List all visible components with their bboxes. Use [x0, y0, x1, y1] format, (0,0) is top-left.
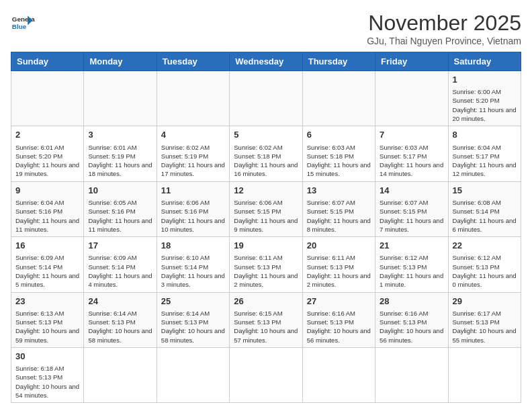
calendar-cell: 25Sunrise: 6:14 AM Sunset: 5:13 PM Dayli…: [157, 292, 229, 347]
weekday-header-saturday: Saturday: [448, 52, 521, 71]
calendar-cell: 26Sunrise: 6:15 AM Sunset: 5:13 PM Dayli…: [230, 292, 302, 347]
day-number: 17: [88, 240, 152, 252]
svg-text:General: General: [12, 15, 35, 23]
day-info: Sunrise: 6:11 AM Sunset: 5:13 PM Dayligh…: [234, 253, 298, 289]
day-info: Sunrise: 6:17 AM Sunset: 5:13 PM Dayligh…: [453, 309, 517, 345]
day-number: 15: [453, 185, 517, 197]
weekday-header-tuesday: Tuesday: [157, 52, 229, 71]
calendar-cell: [84, 347, 157, 402]
day-number: 20: [307, 240, 371, 252]
calendar-cell: 15Sunrise: 6:08 AM Sunset: 5:14 PM Dayli…: [448, 181, 521, 236]
calendar-cell: 21Sunrise: 6:12 AM Sunset: 5:13 PM Dayli…: [375, 237, 448, 292]
day-number: 25: [161, 295, 225, 308]
calendar-cell: 2Sunrise: 6:01 AM Sunset: 5:20 PM Daylig…: [11, 126, 84, 181]
day-number: 22: [453, 240, 517, 252]
location-title: GJu, Thai Nguyen Province, Vietnam: [367, 36, 521, 46]
calendar-cell: 9Sunrise: 6:04 AM Sunset: 5:16 PM Daylig…: [11, 181, 84, 236]
calendar-cell: 19Sunrise: 6:11 AM Sunset: 5:13 PM Dayli…: [230, 237, 302, 292]
day-number: 10: [88, 185, 152, 197]
day-info: Sunrise: 6:14 AM Sunset: 5:13 PM Dayligh…: [161, 309, 225, 345]
weekday-header-friday: Friday: [375, 52, 448, 71]
day-number: 9: [15, 185, 79, 197]
day-number: 26: [234, 295, 298, 308]
day-number: 8: [453, 129, 517, 141]
day-info: Sunrise: 6:04 AM Sunset: 5:17 PM Dayligh…: [453, 143, 517, 179]
calendar-cell: [84, 71, 157, 126]
calendar-cell: 5Sunrise: 6:02 AM Sunset: 5:18 PM Daylig…: [230, 126, 302, 181]
weekday-header-thursday: Thursday: [302, 52, 375, 71]
calendar-cell: 8Sunrise: 6:04 AM Sunset: 5:17 PM Daylig…: [448, 126, 521, 181]
calendar-cell: [157, 71, 229, 126]
calendar-cell: 29Sunrise: 6:17 AM Sunset: 5:13 PM Dayli…: [448, 292, 521, 347]
day-info: Sunrise: 6:11 AM Sunset: 5:13 PM Dayligh…: [307, 253, 371, 289]
day-number: 18: [161, 240, 225, 252]
calendar-cell: 14Sunrise: 6:07 AM Sunset: 5:15 PM Dayli…: [375, 181, 448, 236]
calendar-cell: 7Sunrise: 6:03 AM Sunset: 5:17 PM Daylig…: [375, 126, 448, 181]
day-info: Sunrise: 6:04 AM Sunset: 5:16 PM Dayligh…: [15, 198, 79, 234]
day-number: 6: [307, 129, 371, 141]
day-info: Sunrise: 6:08 AM Sunset: 5:14 PM Dayligh…: [453, 198, 517, 234]
day-info: Sunrise: 6:12 AM Sunset: 5:13 PM Dayligh…: [380, 253, 443, 289]
calendar-cell: 1Sunrise: 6:00 AM Sunset: 5:20 PM Daylig…: [448, 71, 521, 126]
calendar-cell: 22Sunrise: 6:12 AM Sunset: 5:13 PM Dayli…: [448, 237, 521, 292]
day-info: Sunrise: 6:02 AM Sunset: 5:18 PM Dayligh…: [234, 143, 298, 179]
day-info: Sunrise: 6:02 AM Sunset: 5:19 PM Dayligh…: [161, 143, 225, 179]
day-info: Sunrise: 6:10 AM Sunset: 5:14 PM Dayligh…: [161, 253, 225, 289]
calendar-cell: [230, 347, 302, 402]
calendar-cell: [448, 347, 521, 402]
day-number: 13: [307, 185, 371, 197]
day-number: 28: [380, 295, 443, 308]
calendar-week-3: 9Sunrise: 6:04 AM Sunset: 5:16 PM Daylig…: [11, 181, 521, 236]
day-info: Sunrise: 6:18 AM Sunset: 5:13 PM Dayligh…: [15, 364, 79, 400]
calendar-cell: 28Sunrise: 6:16 AM Sunset: 5:13 PM Dayli…: [375, 292, 448, 347]
month-title: November 2025: [367, 11, 521, 36]
day-info: Sunrise: 6:01 AM Sunset: 5:19 PM Dayligh…: [88, 143, 152, 179]
day-info: Sunrise: 6:15 AM Sunset: 5:13 PM Dayligh…: [234, 309, 298, 345]
day-number: 14: [380, 185, 443, 197]
calendar-cell: [11, 71, 84, 126]
svg-text:Blue: Blue: [12, 23, 27, 30]
calendar-cell: [230, 71, 302, 126]
day-info: Sunrise: 6:06 AM Sunset: 5:15 PM Dayligh…: [234, 198, 298, 234]
day-number: 4: [161, 129, 225, 141]
calendar-week-2: 2Sunrise: 6:01 AM Sunset: 5:20 PM Daylig…: [11, 126, 521, 181]
header: General Blue November 2025 GJu, Thai Ngu…: [11, 11, 521, 46]
day-info: Sunrise: 6:14 AM Sunset: 5:13 PM Dayligh…: [88, 309, 152, 345]
calendar-cell: 13Sunrise: 6:07 AM Sunset: 5:15 PM Dayli…: [302, 181, 375, 236]
weekday-header-row: SundayMondayTuesdayWednesdayThursdayFrid…: [11, 52, 521, 71]
day-info: Sunrise: 6:07 AM Sunset: 5:15 PM Dayligh…: [380, 198, 443, 234]
calendar-cell: 16Sunrise: 6:09 AM Sunset: 5:14 PM Dayli…: [11, 237, 84, 292]
day-info: Sunrise: 6:12 AM Sunset: 5:13 PM Dayligh…: [453, 253, 517, 289]
calendar-cell: 27Sunrise: 6:16 AM Sunset: 5:13 PM Dayli…: [302, 292, 375, 347]
calendar-cell: 20Sunrise: 6:11 AM Sunset: 5:13 PM Dayli…: [302, 237, 375, 292]
weekday-header-wednesday: Wednesday: [230, 52, 302, 71]
day-number: 16: [15, 240, 79, 252]
day-info: Sunrise: 6:01 AM Sunset: 5:20 PM Dayligh…: [15, 143, 79, 179]
calendar-cell: 30Sunrise: 6:18 AM Sunset: 5:13 PM Dayli…: [11, 347, 84, 402]
day-info: Sunrise: 6:13 AM Sunset: 5:13 PM Dayligh…: [15, 309, 79, 345]
day-info: Sunrise: 6:16 AM Sunset: 5:13 PM Dayligh…: [307, 309, 371, 345]
calendar-cell: 4Sunrise: 6:02 AM Sunset: 5:19 PM Daylig…: [157, 126, 229, 181]
calendar-cell: 12Sunrise: 6:06 AM Sunset: 5:15 PM Dayli…: [230, 181, 302, 236]
calendar-table: SundayMondayTuesdayWednesdayThursdayFrid…: [11, 52, 521, 403]
day-number: 29: [453, 295, 517, 308]
calendar-week-6: 30Sunrise: 6:18 AM Sunset: 5:13 PM Dayli…: [11, 347, 521, 402]
calendar-cell: 24Sunrise: 6:14 AM Sunset: 5:13 PM Dayli…: [84, 292, 157, 347]
calendar-cell: [302, 71, 375, 126]
calendar-cell: 10Sunrise: 6:05 AM Sunset: 5:16 PM Dayli…: [84, 181, 157, 236]
day-info: Sunrise: 6:03 AM Sunset: 5:17 PM Dayligh…: [380, 143, 443, 179]
calendar-week-1: 1Sunrise: 6:00 AM Sunset: 5:20 PM Daylig…: [11, 71, 521, 126]
calendar-cell: [375, 71, 448, 126]
day-info: Sunrise: 6:06 AM Sunset: 5:16 PM Dayligh…: [161, 198, 225, 234]
day-number: 2: [15, 129, 79, 141]
weekday-header-sunday: Sunday: [11, 52, 84, 71]
calendar-cell: 17Sunrise: 6:09 AM Sunset: 5:14 PM Dayli…: [84, 237, 157, 292]
weekday-header-monday: Monday: [84, 52, 157, 71]
day-info: Sunrise: 6:09 AM Sunset: 5:14 PM Dayligh…: [15, 253, 79, 289]
day-number: 24: [88, 295, 152, 308]
logo-area: General Blue: [11, 11, 35, 35]
calendar-cell: [375, 347, 448, 402]
day-number: 1: [453, 74, 517, 86]
day-number: 7: [380, 129, 443, 141]
calendar-cell: 23Sunrise: 6:13 AM Sunset: 5:13 PM Dayli…: [11, 292, 84, 347]
